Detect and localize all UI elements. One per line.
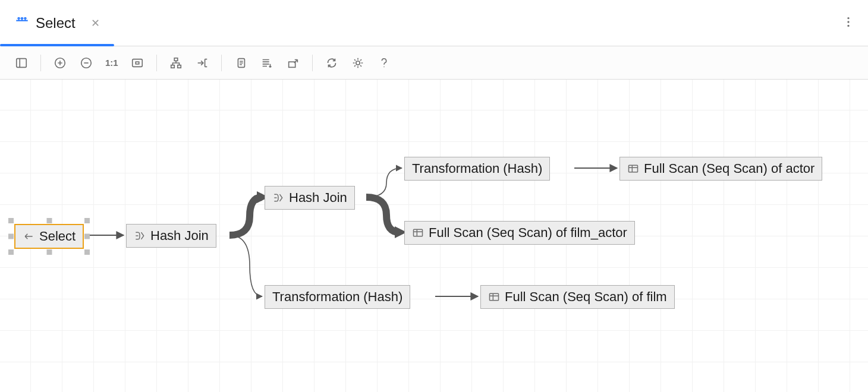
- svg-rect-6: [132, 59, 142, 67]
- node-select[interactable]: Select: [14, 224, 84, 249]
- join-icon: [134, 230, 146, 242]
- join-icon: [272, 192, 284, 204]
- toolbar-separator: [312, 55, 313, 71]
- node-label: Transformation (Hash): [412, 161, 542, 176]
- arrow-left-icon: [23, 230, 34, 242]
- settings-button[interactable]: [347, 52, 369, 74]
- tab-strip: Select ✕: [0, 0, 868, 46]
- tab-active-indicator: [0, 44, 114, 46]
- svg-point-14: [383, 66, 384, 67]
- toggle-side-panel-button[interactable]: [11, 52, 32, 74]
- toolbar-separator: [40, 55, 41, 71]
- tab-close-button[interactable]: ✕: [91, 17, 100, 30]
- table-icon: [412, 227, 424, 239]
- table-icon: [488, 291, 500, 303]
- node-hash-join-1[interactable]: Hash Join: [126, 224, 216, 248]
- query-plan-icon: [14, 15, 30, 31]
- list-details-button[interactable]: [256, 52, 278, 74]
- toolbar: 1:1: [0, 46, 868, 80]
- collapse-into-button[interactable]: [191, 52, 213, 74]
- refresh-button[interactable]: [321, 52, 342, 74]
- zoom-reset-button[interactable]: 1:1: [102, 52, 122, 74]
- svg-point-13: [356, 61, 359, 64]
- node-transformation-hash-top[interactable]: Transformation (Hash): [404, 157, 550, 181]
- node-full-scan-film[interactable]: Full Scan (Seq Scan) of film: [480, 285, 675, 309]
- svg-rect-3: [17, 58, 27, 67]
- node-full-scan-film-actor[interactable]: Full Scan (Seq Scan) of film_actor: [404, 221, 635, 245]
- tab-select[interactable]: Select ✕: [0, 0, 114, 46]
- tab-title: Select: [36, 15, 76, 31]
- toolbar-separator: [156, 55, 157, 71]
- node-label: Hash Join: [289, 190, 347, 206]
- svg-point-1: [847, 21, 849, 23]
- diagram-canvas[interactable]: Select Hash Join Hash Join Transformatio…: [0, 80, 868, 392]
- node-label: Full Scan (Seq Scan) of actor: [644, 161, 814, 176]
- svg-rect-10: [177, 65, 181, 68]
- help-button[interactable]: [373, 52, 395, 74]
- toolbar-separator: [221, 55, 222, 71]
- svg-point-0: [847, 17, 849, 18]
- node-full-scan-actor[interactable]: Full Scan (Seq Scan) of actor: [619, 157, 822, 181]
- tab-overflow-button[interactable]: [842, 15, 855, 31]
- node-label: Full Scan (Seq Scan) of film: [505, 289, 667, 305]
- svg-rect-9: [171, 65, 174, 68]
- node-label: Select: [39, 229, 76, 244]
- node-label: Full Scan (Seq Scan) of film_actor: [429, 225, 627, 241]
- fit-to-screen-button[interactable]: [127, 52, 148, 74]
- zoom-reset-label: 1:1: [105, 58, 118, 68]
- node-label: Hash Join: [150, 228, 209, 244]
- node-hash-join-2[interactable]: Hash Join: [265, 186, 355, 210]
- copy-button[interactable]: [230, 52, 251, 74]
- table-icon: [627, 163, 639, 175]
- svg-rect-7: [136, 62, 139, 64]
- node-transformation-hash-bottom[interactable]: Transformation (Hash): [265, 285, 410, 309]
- export-button[interactable]: [282, 52, 304, 74]
- zoom-out-button[interactable]: [76, 52, 97, 74]
- layout-tree-button[interactable]: [165, 52, 187, 74]
- zoom-in-button[interactable]: [49, 52, 71, 74]
- node-label: Transformation (Hash): [272, 289, 402, 305]
- svg-rect-8: [174, 58, 178, 61]
- svg-point-2: [847, 24, 849, 26]
